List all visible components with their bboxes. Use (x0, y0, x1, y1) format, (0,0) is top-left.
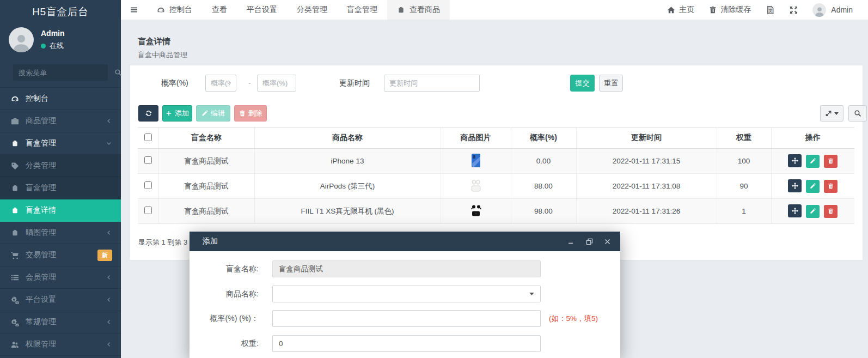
col-product-image: 商品图片 (441, 128, 511, 149)
new-badge: 新 (97, 250, 112, 261)
move-button[interactable] (788, 154, 802, 167)
sidebar-item-member-mgmt[interactable]: 会员管理 (0, 266, 121, 289)
select-all-checkbox[interactable] (144, 134, 152, 141)
minimize-button[interactable] (567, 237, 576, 246)
avatar[interactable] (9, 27, 34, 52)
cell-probability: 88.00 (511, 174, 576, 199)
table-search-button[interactable] (848, 105, 867, 122)
tab-blindbox-mgmt[interactable]: 盲盒管理 (337, 0, 387, 20)
maximize-button[interactable] (585, 237, 594, 246)
chevron-left-icon (106, 319, 112, 325)
sidebar-item-blindbox-mgmt-sub[interactable]: 盲盒管理 (0, 177, 121, 199)
move-button[interactable] (788, 204, 802, 217)
edit-row-button[interactable] (806, 155, 820, 168)
blindbox-icon (11, 139, 19, 148)
sidebar-item-category-mgmt[interactable]: 分类管理 (0, 155, 121, 177)
sidebar-menu: 控制台 商品管理 盲盒管理 分类管理 盲盒管理 盲盒详 (0, 87, 121, 356)
chevron-left-icon (106, 296, 112, 303)
box-name-label: 盲盒名称: (190, 260, 259, 277)
cell-update-time: 2022-01-11 17:31:08 (576, 174, 717, 199)
row-checkbox[interactable] (144, 207, 152, 214)
sidebar-item-label: 盲盒详情 (26, 205, 112, 215)
delete-row-button[interactable] (824, 180, 838, 193)
submit-button[interactable]: 提交 (570, 75, 595, 92)
probability-input[interactable] (272, 310, 541, 327)
box-name-input[interactable] (272, 260, 541, 277)
sidebar-item-product-mgmt[interactable]: 商品管理 (0, 110, 121, 132)
page-title: 盲盒详情 (138, 37, 187, 47)
update-time-input[interactable] (384, 75, 480, 92)
fullscreen-button[interactable] (790, 6, 798, 14)
cart-icon (11, 251, 19, 259)
reset-button[interactable]: 重置 (599, 75, 623, 92)
language-button[interactable] (766, 5, 775, 15)
close-button[interactable] (603, 237, 612, 246)
sidebar-search-input[interactable] (19, 69, 114, 77)
home-link[interactable]: 主页 (667, 5, 694, 15)
col-probability: 概率(%) (511, 128, 576, 149)
move-icon (792, 183, 798, 189)
export-button[interactable] (820, 105, 843, 122)
sidebar-item-label: 会员管理 (26, 272, 106, 282)
cell-product-name: iPhone 13 (254, 149, 441, 174)
tab-view[interactable]: 查看 (202, 0, 237, 20)
delete-row-button[interactable] (824, 155, 838, 168)
sidebar-item-label: 控制台 (26, 94, 112, 104)
trash-icon (828, 208, 834, 214)
hamburger-icon (130, 5, 138, 14)
delete-label: 删除 (248, 108, 262, 118)
trash-icon (709, 6, 717, 14)
sidebar-item-dashboard[interactable]: 控制台 (0, 88, 121, 110)
clear-cache-link[interactable]: 清除缓存 (709, 5, 751, 15)
sidebar-item-platform-settings[interactable]: 平台设置 (0, 289, 121, 311)
sidebar-item-permission-mgmt[interactable]: 权限管理 (0, 333, 121, 356)
tab-platform-settings[interactable]: 平台设置 (237, 0, 287, 20)
dialog-title: 添加 (203, 236, 218, 246)
cell-product-name: FIIL T1 XS真无限耳机 (黑色) (254, 199, 441, 224)
probability-max-input[interactable] (257, 75, 296, 92)
search-icon[interactable] (114, 69, 122, 76)
delete-button-disabled[interactable]: 删除 (234, 105, 267, 122)
sidebar-item-blindbox-mgmt[interactable]: 盲盒管理 (0, 132, 121, 155)
edit-button-disabled[interactable]: 编辑 (196, 105, 230, 122)
tab-view-products[interactable]: 查看商品 (387, 0, 450, 20)
sidebar-item-photo-mgmt[interactable]: 晒图管理 (0, 222, 121, 244)
sidebar-item-label: 盲盒管理 (26, 138, 106, 148)
sidebar-item-general-mgmt[interactable]: 常规管理 (0, 311, 121, 333)
cell-weight: 100 (717, 149, 771, 174)
list-icon (11, 274, 19, 282)
probability-min-input[interactable] (205, 75, 236, 92)
sidebar-item-label: 晒图管理 (26, 228, 106, 238)
refresh-button[interactable] (138, 105, 158, 122)
search-icon (854, 110, 861, 117)
sidebar-toggle-button[interactable] (121, 0, 147, 20)
navbar-right: 主页 清除缓存 Admin (667, 0, 868, 20)
move-icon (792, 208, 798, 214)
cell-probability: 0.00 (511, 149, 576, 174)
airpods-thumbnail (470, 178, 482, 193)
trash-icon (828, 158, 834, 164)
tab-dashboard[interactable]: 控制台 (147, 0, 202, 20)
delete-row-button[interactable] (824, 205, 838, 218)
pencil-icon (810, 208, 816, 214)
weight-input[interactable] (272, 335, 541, 352)
trash-icon (239, 110, 246, 117)
add-button[interactable]: 添加 (162, 105, 192, 122)
user-menu[interactable]: Admin (812, 3, 853, 17)
status-label: 在线 (50, 41, 64, 51)
product-name-select[interactable] (272, 286, 541, 302)
table-row: 盲盒商品测试 iPhone 13 0.00 2022-01-11 17:31:1… (138, 149, 854, 174)
tab-label: 平台设置 (247, 5, 277, 15)
sidebar-item-trade-mgmt[interactable]: 交易管理 新 (0, 244, 121, 266)
online-dot-icon (41, 44, 46, 48)
dashboard-icon (11, 95, 19, 103)
home-icon (667, 6, 675, 14)
row-checkbox[interactable] (144, 181, 152, 189)
dialog-titlebar[interactable]: 添加 (190, 232, 620, 251)
move-button[interactable] (788, 179, 802, 192)
sidebar-item-blindbox-detail[interactable]: 盲盒详情 (0, 199, 121, 222)
edit-row-button[interactable] (806, 180, 820, 193)
edit-row-button[interactable] (806, 205, 820, 218)
row-checkbox[interactable] (144, 156, 152, 164)
tab-category-mgmt[interactable]: 分类管理 (287, 0, 337, 20)
